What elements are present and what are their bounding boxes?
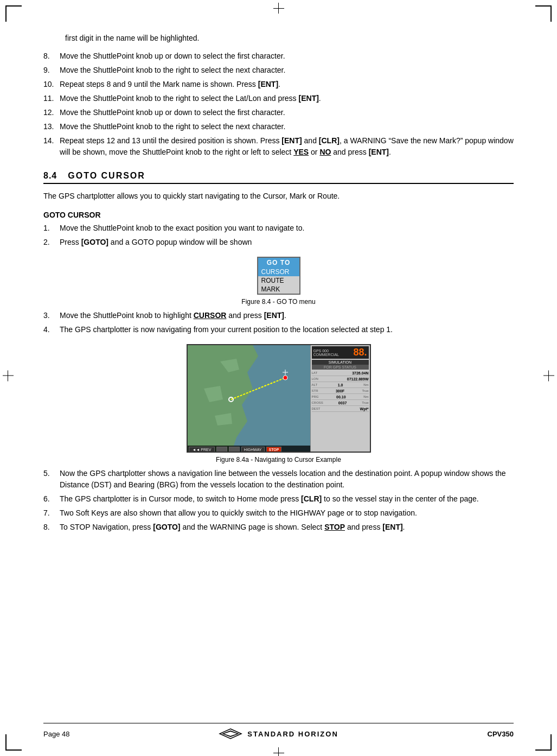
panel-row: CROSS 0037 True	[312, 401, 369, 406]
panel-unit: Nm	[363, 383, 368, 387]
panel-row: ALT 1.0 Nm	[312, 383, 369, 388]
panel-row: LAT 3726.04N	[312, 371, 369, 376]
step-num: 3.	[43, 310, 60, 321]
panel-row: LON 07122.889W	[312, 377, 369, 382]
step-text: Move the ShuttlePoint knob to the right …	[60, 65, 514, 76]
step-text: To STOP Navigation, press [GOTO] and the…	[60, 522, 514, 533]
panel-value: 300F	[336, 389, 344, 393]
page-content: first digit in the name will be highligh…	[43, 33, 514, 533]
svg-point-3	[283, 376, 287, 380]
softkey-highway: HIGHWAY	[241, 447, 265, 453]
panel-status: FOR GPS STATUS	[312, 365, 369, 370]
figure-84-caption: Figure 8.4 - GO TO menu	[241, 298, 315, 306]
big-number: 88.	[353, 347, 367, 358]
panel-value: 0037	[338, 401, 347, 405]
goto-menu-container: GO TO CURSOR ROUTE MARK Figure 8.4 - GO …	[43, 257, 514, 306]
goto-steps-2: 3. Move the ShuttlePoint knob to highlig…	[43, 310, 514, 335]
map-svg	[188, 345, 312, 453]
step-num: 13.	[43, 121, 60, 132]
intro-text: first digit in the name will be highligh…	[43, 33, 514, 44]
panel-value: 3726.04N	[352, 371, 368, 375]
panel-label: LON	[312, 377, 318, 381]
list-item: 14. Repeat steps 12 and 13 until the des…	[43, 135, 514, 158]
footer-logo: STANDARD HORIZON	[219, 728, 338, 740]
crosshair-right	[543, 375, 554, 381]
panel-row: STR 300F True	[312, 389, 369, 394]
step-num: 2.	[43, 237, 60, 248]
list-item: 13. Move the ShuttlePoint knob to the ri…	[43, 121, 514, 132]
panel-row: PRG 00.10 Nm	[312, 395, 369, 400]
step-num: 7.	[43, 507, 60, 519]
step-text: Move the ShuttlePoint knob to the right …	[60, 121, 514, 132]
panel-label: STR	[312, 389, 318, 393]
list-item: 4. The GPS chartplotter is now navigatin…	[43, 324, 514, 335]
softkey-stop: STOP	[266, 447, 282, 453]
map-area: ◄◄ PREV HIGHWAY STOP	[188, 345, 312, 453]
crosshair-left	[3, 375, 14, 381]
list-item: 6. The GPS chartplotter is in Cursor mod…	[43, 493, 514, 505]
list-item: 3. Move the ShuttlePoint knob to highlig…	[43, 310, 514, 321]
goto-steps-3: 5. Now the GPS chartplotter shows a navi…	[43, 468, 514, 533]
list-item: 8. Move the ShuttlePoint knob up or down…	[43, 50, 514, 62]
step-num: 1.	[43, 223, 60, 234]
right-panel-top: GPS 000COMMERCIAL 88.	[312, 346, 369, 359]
crosshair-bottom	[273, 747, 284, 753]
footer-logo-text: STANDARD HORIZON	[247, 730, 338, 738]
list-item: 8. To STOP Navigation, press [GOTO] and …	[43, 522, 514, 533]
list-item: 7. Two Soft Keys are also shown that all…	[43, 507, 514, 519]
step-text: Move the ShuttlePoint knob up or down to…	[60, 107, 514, 118]
section-number: 8.4	[43, 171, 57, 181]
panel-label: CROSS	[312, 401, 323, 405]
panel-unit: Nm	[363, 395, 368, 399]
panel-label: GPS 000COMMERCIAL	[313, 349, 339, 357]
step-num: 11.	[43, 93, 60, 104]
list-item: 2. Press [GOTO] and a GOTO popup window …	[43, 237, 514, 248]
list-item: 1. Move the ShuttlePoint knob to the exa…	[43, 223, 514, 234]
steps-intro-list: 8. Move the ShuttlePoint knob up or down…	[43, 50, 514, 158]
panel-unit: True	[362, 389, 368, 393]
step-text: The GPS chartplotter is in Cursor mode, …	[60, 493, 514, 505]
panel-unit: True	[362, 401, 368, 405]
crosshair-top	[273, 3, 284, 9]
panel-value: 07122.889W	[347, 377, 369, 381]
corner-mark-br	[535, 734, 552, 751]
panel-row: DEST Wpt*	[312, 406, 369, 412]
panel-label: PRG	[312, 395, 319, 399]
softkey-blank2	[229, 447, 240, 453]
list-item: 9. Move the ShuttlePoint knob to the rig…	[43, 65, 514, 76]
goto-menu-mark: MARK	[258, 285, 299, 294]
goto-menu-route: ROUTE	[258, 276, 299, 285]
panel-value: 00.10	[336, 395, 346, 399]
softkey-prev: ◄◄ PREV	[189, 447, 215, 453]
goto-menu: GO TO CURSOR ROUTE MARK	[257, 257, 300, 295]
list-item: 12. Move the ShuttlePoint knob up or dow…	[43, 107, 514, 118]
footer-model: CPV350	[488, 730, 514, 738]
panel-label: LAT	[312, 371, 318, 375]
panel-simulation: SIMULATION	[312, 360, 369, 365]
section-title: GOTO CURSOR	[68, 171, 145, 181]
step-text: Repeat steps 12 and 13 until the desired…	[60, 135, 514, 158]
nav-screenshot-container: ◄◄ PREV HIGHWAY STOP GPS 000COMMERCIAL 8…	[43, 344, 514, 463]
step-num: 12.	[43, 107, 60, 118]
nav-screenshot: ◄◄ PREV HIGHWAY STOP GPS 000COMMERCIAL 8…	[187, 344, 371, 453]
list-item: 11. Move the ShuttlePoint knob to the ri…	[43, 93, 514, 104]
corner-mark-tl	[5, 5, 22, 22]
step-num: 8.	[43, 522, 60, 533]
step-text: Now the GPS chartplotter shows a navigat…	[60, 468, 514, 491]
step-text: Press [GOTO] and a GOTO popup window wil…	[60, 237, 514, 248]
figure-84a-caption: Figure 8.4a - Navigating to Cursor Examp…	[216, 456, 341, 463]
step-num: 6.	[43, 493, 60, 505]
step-num: 9.	[43, 65, 60, 76]
list-item: 5. Now the GPS chartplotter shows a navi…	[43, 468, 514, 491]
step-num: 5.	[43, 468, 60, 491]
softkey-blank	[216, 447, 227, 453]
step-text: Repeat steps 8 and 9 until the Mark name…	[60, 79, 514, 90]
footer-page-label: Page 48	[43, 730, 69, 738]
section-header: 8.4 GOTO CURSOR	[43, 171, 514, 184]
list-item: 10. Repeat steps 8 and 9 until the Mark …	[43, 79, 514, 90]
goto-menu-cursor: CURSOR	[258, 268, 299, 276]
step-text: Move the ShuttlePoint knob to highlight …	[60, 310, 514, 321]
right-panel: GPS 000COMMERCIAL 88. SIMULATION FOR GPS…	[310, 345, 370, 453]
step-text: The GPS chartplotter is now navigating f…	[60, 324, 514, 335]
logo-icon	[219, 728, 243, 740]
